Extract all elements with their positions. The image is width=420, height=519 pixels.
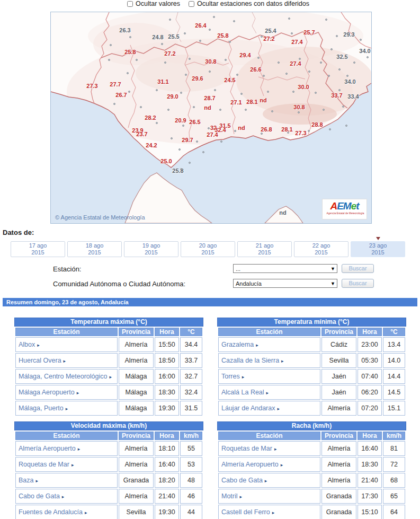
station-link[interactable]: Fuentes de Andalucía bbox=[19, 508, 83, 516]
station-link[interactable]: Albox bbox=[19, 341, 35, 348]
region-search-button[interactable]: Buscar bbox=[342, 279, 374, 288]
date-tab-20-ago[interactable]: 20 ago2015 bbox=[181, 241, 235, 257]
station-dot-icon bbox=[234, 130, 236, 132]
station-link[interactable]: Almería Aeropuerto bbox=[221, 461, 279, 468]
time-cell: 17:30 bbox=[358, 489, 382, 504]
region-select[interactable]: Andalucía ▼ bbox=[233, 279, 337, 288]
time-cell: 15:50 bbox=[155, 337, 179, 352]
value-cell: 31.5 bbox=[180, 401, 202, 416]
station-cell: Motril▸ bbox=[218, 489, 320, 504]
value-cell: 81 bbox=[383, 441, 405, 456]
map-temp-label: 29.6 bbox=[192, 75, 203, 82]
column-header: Hora bbox=[358, 432, 382, 440]
aemet-logo: AEMet Agencia Estatal de Meteorología bbox=[322, 199, 367, 219]
map-temp-label: 27.4 bbox=[207, 131, 218, 138]
map-temp-label: 28.2 bbox=[145, 115, 156, 121]
map-temp-label: nd bbox=[260, 97, 266, 103]
date-tab-21-ago[interactable]: 21 ago2015 bbox=[237, 241, 292, 257]
station-link[interactable]: Málaga Aeropuerto bbox=[19, 389, 75, 396]
station-dot-icon bbox=[208, 127, 210, 129]
station-select[interactable]: ... ▼ bbox=[233, 264, 337, 273]
station-dot-icon bbox=[209, 71, 211, 73]
map-temp-label: 26.8 bbox=[261, 126, 272, 133]
station-dot-icon bbox=[288, 17, 290, 20]
map-temp-label: 33.7 bbox=[331, 92, 342, 99]
table-title: Temperatura mínima (°C) bbox=[217, 318, 406, 327]
station-dot-icon bbox=[257, 57, 260, 59]
map-temp-label: 29.4 bbox=[239, 52, 251, 58]
station-dot-icon bbox=[185, 74, 187, 76]
map-temp-label: 27.2 bbox=[263, 36, 274, 42]
station-link[interactable]: Cabo de Gata bbox=[19, 492, 60, 500]
weather-map: 26.425.827.225.727.425.827.229.430.827.4… bbox=[50, 12, 372, 224]
hide-values-checkbox[interactable] bbox=[127, 1, 133, 7]
date-tab-day: 19 ago bbox=[142, 242, 160, 249]
map-temp-label: 27.3 bbox=[86, 83, 97, 89]
map-temp-label: 28.1 bbox=[246, 99, 257, 105]
station-link[interactable]: Roquetas de Mar bbox=[221, 445, 272, 452]
station-link[interactable]: Cabo de Gata bbox=[221, 477, 263, 484]
chevron-down-icon: ▼ bbox=[330, 281, 335, 286]
station-dot-icon bbox=[336, 35, 338, 37]
station-arrow-icon: ▸ bbox=[277, 406, 280, 411]
station-link[interactable]: Alcalá La Real bbox=[221, 389, 264, 396]
station-search-button[interactable]: Buscar bbox=[342, 264, 374, 273]
map-deferred-temp-label: 24.8 bbox=[152, 34, 163, 40]
summary-header-bar: Resumen domingo, 23 de agosto, Andalucía bbox=[3, 298, 417, 306]
station-link[interactable]: Láujar de Andarax bbox=[221, 404, 275, 412]
date-tab-18-ago[interactable]: 18 ago2015 bbox=[67, 241, 122, 257]
map-temp-label: 26.7 bbox=[115, 92, 127, 98]
map-temp-label: 27.1 bbox=[230, 99, 242, 105]
map-labels-layer: 26.425.827.225.727.425.827.229.430.827.4… bbox=[51, 12, 371, 223]
value-cell: 32.7 bbox=[180, 369, 202, 384]
station-dot-icon bbox=[209, 29, 211, 31]
table-row: Roquetas de Mar▸Almería16:4053 bbox=[15, 457, 202, 472]
map-deferred-temp-label: 33.4 bbox=[347, 93, 359, 100]
station-link[interactable]: Málaga, Centro Meteorológico bbox=[19, 373, 107, 380]
map-temp-label: 27.4 bbox=[290, 60, 301, 67]
station-link[interactable]: Grazalema bbox=[221, 341, 254, 348]
date-tab-17-ago[interactable]: 17 ago2015 bbox=[11, 241, 65, 257]
station-cell: Albox▸ bbox=[15, 337, 118, 352]
date-tab-23-ago[interactable]: 23 ago2015 bbox=[351, 241, 405, 257]
station-filter-row: Estación: ... ▼ Buscar bbox=[0, 264, 420, 275]
value-cell: 68 bbox=[383, 473, 405, 488]
station-cell: Alcalá La Real▸ bbox=[218, 385, 320, 400]
hide-values-option[interactable]: Ocultar valores bbox=[127, 0, 180, 7]
table-row: Láujar de Andarax▸Almería07:2015.1 bbox=[218, 401, 405, 416]
date-tab-year: 2015 bbox=[315, 249, 327, 256]
station-link[interactable]: Huercal Overa bbox=[19, 357, 61, 364]
map-temp-label: 30.0 bbox=[298, 84, 309, 90]
station-link[interactable]: Baza bbox=[19, 477, 34, 484]
station-cell: Fuentes de Andalucía▸ bbox=[15, 505, 118, 519]
station-dot-icon bbox=[140, 106, 142, 108]
column-header: Estación bbox=[218, 328, 320, 336]
date-tab-19-ago[interactable]: 19 ago2015 bbox=[124, 241, 178, 257]
table-row: Almería Aeropuerto▸Almería18:1055 bbox=[15, 441, 202, 456]
station-link[interactable]: Torres bbox=[221, 373, 240, 380]
hide-deferred-checkbox[interactable] bbox=[189, 1, 194, 7]
station-link[interactable]: Almería Aeropuerto bbox=[19, 445, 76, 452]
map-deferred-temp-label: 26.3 bbox=[119, 27, 130, 33]
station-link[interactable]: Cazalla de la Sierra bbox=[221, 357, 279, 364]
station-link[interactable]: Málaga, Puerto bbox=[19, 404, 64, 412]
station-cell: Baza▸ bbox=[15, 473, 118, 488]
station-arrow-icon: ▸ bbox=[281, 462, 283, 468]
station-dot-icon bbox=[367, 56, 369, 58]
time-cell: 18:10 bbox=[155, 441, 179, 456]
station-link[interactable]: Roquetas de Mar bbox=[19, 461, 69, 468]
station-dot-icon bbox=[346, 75, 348, 77]
column-header: Hora bbox=[155, 328, 179, 336]
station-dot-icon bbox=[213, 16, 215, 18]
province-cell: Almería bbox=[321, 441, 356, 456]
station-arrow-icon: ▸ bbox=[64, 358, 66, 364]
station-link[interactable]: Motril bbox=[221, 492, 238, 500]
date-tab-22-ago[interactable]: 22 ago2015 bbox=[294, 241, 348, 257]
station-dot-icon bbox=[308, 130, 310, 132]
table-row: Roquetas de Mar▸Almería16:4081 bbox=[218, 441, 405, 456]
station-dot-icon bbox=[167, 109, 169, 111]
station-link[interactable]: Castell del Ferro bbox=[221, 508, 270, 516]
province-cell: Granada bbox=[321, 489, 356, 504]
hide-deferred-option[interactable]: Ocultar estaciones con datos diferidos bbox=[189, 0, 309, 7]
logo-letter: E bbox=[337, 200, 343, 212]
